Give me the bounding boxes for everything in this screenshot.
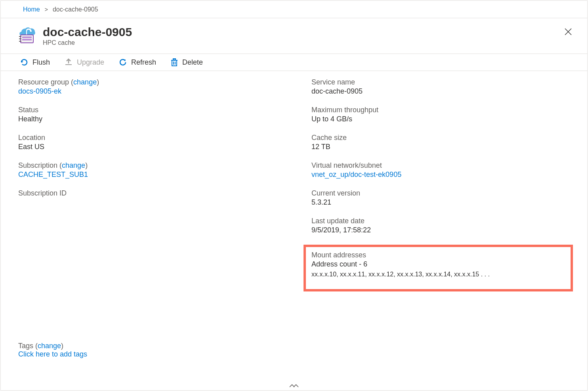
chevron-right-icon: > bbox=[45, 6, 48, 13]
collapse-toggle[interactable] bbox=[289, 382, 299, 388]
version-label: Current version bbox=[311, 189, 581, 197]
tags-change-link[interactable]: change bbox=[38, 342, 61, 350]
page-title: doc-cache-0905 bbox=[43, 25, 575, 38]
subscription-label: Subscription bbox=[18, 161, 57, 169]
location-label: Location bbox=[18, 134, 296, 142]
upgrade-label: Upgrade bbox=[77, 58, 104, 67]
add-tags-link[interactable]: Click here to add tags bbox=[18, 350, 87, 358]
page-header: doc-cache-0905 HPC cache bbox=[1, 18, 587, 54]
svg-rect-6 bbox=[65, 64, 72, 65]
field-resource-group: Resource group (change) docs-0905-ek bbox=[18, 78, 296, 96]
resource-group-value-link[interactable]: docs-0905-ek bbox=[18, 87, 61, 95]
overview-content: Resource group (change) docs-0905-ek Sta… bbox=[1, 71, 587, 291]
version-value: 5.3.21 bbox=[311, 198, 581, 207]
flush-label: Flush bbox=[32, 58, 50, 67]
last-update-label: Last update date bbox=[311, 217, 581, 225]
mount-address-list: xx.x.x.10, xx.x.x.11, xx.x.x.12, xx.x.x.… bbox=[311, 271, 565, 278]
resource-group-label: Resource group bbox=[18, 78, 69, 86]
svg-rect-11 bbox=[173, 59, 176, 60]
page-subtitle: HPC cache bbox=[43, 39, 575, 46]
mount-addresses-highlight: Mount addresses Address count - 6 xx.x.x… bbox=[304, 245, 573, 291]
field-version: Current version 5.3.21 bbox=[311, 189, 581, 207]
cache-size-value: 12 TB bbox=[311, 143, 581, 151]
field-subscription-id: Subscription ID bbox=[18, 189, 296, 198]
mount-addresses-label: Mount addresses bbox=[311, 251, 565, 259]
refresh-icon bbox=[118, 58, 127, 67]
field-last-update: Last update date 9/5/2019, 17:58:22 bbox=[311, 217, 581, 234]
flush-icon bbox=[20, 58, 29, 67]
command-bar: Flush Upgrade Refresh Delete bbox=[1, 54, 587, 71]
last-update-value: 9/5/2019, 17:58:22 bbox=[311, 226, 581, 234]
max-throughput-value: Up to 4 GB/s bbox=[311, 115, 581, 123]
breadcrumb-home-link[interactable]: Home bbox=[23, 6, 40, 13]
subscription-id-label: Subscription ID bbox=[18, 189, 296, 197]
tags-label: Tags bbox=[18, 342, 33, 350]
cache-size-label: Cache size bbox=[311, 134, 581, 142]
svg-rect-2 bbox=[22, 39, 32, 40]
delete-label: Delete bbox=[182, 58, 203, 67]
close-button[interactable] bbox=[560, 26, 576, 37]
vnet-label: Virtual network/subnet bbox=[311, 161, 581, 170]
field-location: Location East US bbox=[18, 134, 296, 151]
delete-icon bbox=[170, 58, 178, 67]
field-subscription: Subscription (change) CACHE_TEST_SUB1 bbox=[18, 161, 296, 179]
field-status: Status Healthy bbox=[18, 106, 296, 123]
refresh-label: Refresh bbox=[131, 58, 156, 67]
field-max-throughput: Maximum throughput Up to 4 GB/s bbox=[311, 106, 581, 123]
field-cache-size: Cache size 12 TB bbox=[311, 134, 581, 151]
field-vnet: Virtual network/subnet vnet_oz_up/doc-te… bbox=[311, 161, 581, 179]
hpc-cache-icon bbox=[18, 26, 36, 44]
vnet-value-link[interactable]: vnet_oz_up/doc-test-ek0905 bbox=[311, 171, 401, 178]
flush-button[interactable]: Flush bbox=[20, 58, 50, 67]
overview-right-column: Service name doc-cache-0905 Maximum thro… bbox=[311, 78, 581, 291]
breadcrumb-current: doc-cache-0905 bbox=[53, 6, 98, 13]
field-service-name: Service name doc-cache-0905 bbox=[311, 78, 581, 96]
service-name-label: Service name bbox=[311, 78, 581, 86]
svg-rect-7 bbox=[172, 60, 177, 66]
subscription-value-link[interactable]: CACHE_TEST_SUB1 bbox=[18, 171, 88, 178]
mount-address-count: Address count - 6 bbox=[311, 260, 565, 268]
status-label: Status bbox=[18, 106, 296, 114]
refresh-button[interactable]: Refresh bbox=[118, 58, 156, 67]
upgrade-button: Upgrade bbox=[64, 58, 104, 67]
service-name-value: doc-cache-0905 bbox=[311, 87, 581, 96]
breadcrumb: Home > doc-cache-0905 bbox=[1, 1, 587, 18]
max-throughput-label: Maximum throughput bbox=[311, 106, 581, 114]
subscription-change-link[interactable]: change bbox=[62, 161, 85, 169]
svg-rect-1 bbox=[22, 36, 32, 38]
upgrade-icon bbox=[64, 58, 73, 67]
delete-button[interactable]: Delete bbox=[170, 58, 203, 67]
location-value: East US bbox=[18, 143, 296, 151]
overview-left-column: Resource group (change) docs-0905-ek Sta… bbox=[18, 78, 296, 291]
status-value: Healthy bbox=[18, 115, 296, 123]
tags-section: Tags (change) Click here to add tags bbox=[18, 342, 87, 358]
resource-group-change-link[interactable]: change bbox=[73, 78, 97, 86]
